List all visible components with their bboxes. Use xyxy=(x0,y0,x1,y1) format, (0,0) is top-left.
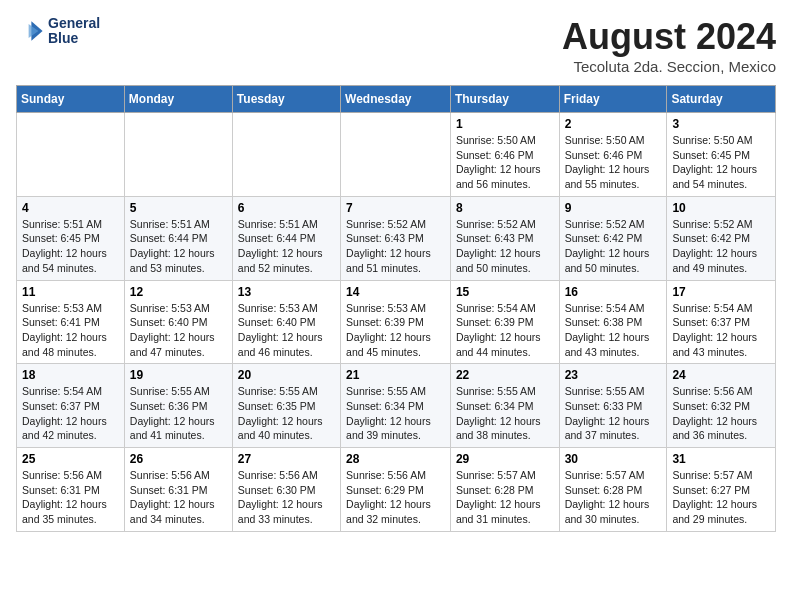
day-info: Sunrise: 5:57 AM Sunset: 6:28 PM Dayligh… xyxy=(456,468,554,527)
day-info: Sunrise: 5:53 AM Sunset: 6:40 PM Dayligh… xyxy=(130,301,227,360)
calendar-cell xyxy=(124,113,232,197)
calendar-cell: 5Sunrise: 5:51 AM Sunset: 6:44 PM Daylig… xyxy=(124,196,232,280)
calendar-cell: 20Sunrise: 5:55 AM Sunset: 6:35 PM Dayli… xyxy=(232,364,340,448)
day-number: 4 xyxy=(22,201,119,215)
day-number: 3 xyxy=(672,117,770,131)
calendar-cell: 6Sunrise: 5:51 AM Sunset: 6:44 PM Daylig… xyxy=(232,196,340,280)
day-number: 24 xyxy=(672,368,770,382)
day-number: 27 xyxy=(238,452,335,466)
day-number: 19 xyxy=(130,368,227,382)
calendar-cell: 4Sunrise: 5:51 AM Sunset: 6:45 PM Daylig… xyxy=(17,196,125,280)
day-number: 17 xyxy=(672,285,770,299)
day-number: 20 xyxy=(238,368,335,382)
day-info: Sunrise: 5:56 AM Sunset: 6:31 PM Dayligh… xyxy=(22,468,119,527)
weekday-header-wednesday: Wednesday xyxy=(341,86,451,113)
day-info: Sunrise: 5:55 AM Sunset: 6:33 PM Dayligh… xyxy=(565,384,662,443)
day-number: 10 xyxy=(672,201,770,215)
day-number: 21 xyxy=(346,368,445,382)
weekday-header-tuesday: Tuesday xyxy=(232,86,340,113)
day-number: 25 xyxy=(22,452,119,466)
day-info: Sunrise: 5:51 AM Sunset: 6:44 PM Dayligh… xyxy=(238,217,335,276)
calendar-cell: 19Sunrise: 5:55 AM Sunset: 6:36 PM Dayli… xyxy=(124,364,232,448)
day-info: Sunrise: 5:53 AM Sunset: 6:41 PM Dayligh… xyxy=(22,301,119,360)
calendar-body: 1Sunrise: 5:50 AM Sunset: 6:46 PM Daylig… xyxy=(17,113,776,532)
day-info: Sunrise: 5:52 AM Sunset: 6:43 PM Dayligh… xyxy=(346,217,445,276)
calendar-cell: 27Sunrise: 5:56 AM Sunset: 6:30 PM Dayli… xyxy=(232,448,340,532)
calendar-table: SundayMondayTuesdayWednesdayThursdayFrid… xyxy=(16,85,776,532)
calendar-cell: 31Sunrise: 5:57 AM Sunset: 6:27 PM Dayli… xyxy=(667,448,776,532)
day-number: 9 xyxy=(565,201,662,215)
day-info: Sunrise: 5:56 AM Sunset: 6:31 PM Dayligh… xyxy=(130,468,227,527)
header: General Blue August 2024 Tecoluta 2da. S… xyxy=(16,16,776,75)
calendar-cell: 23Sunrise: 5:55 AM Sunset: 6:33 PM Dayli… xyxy=(559,364,667,448)
calendar-week-2: 4Sunrise: 5:51 AM Sunset: 6:45 PM Daylig… xyxy=(17,196,776,280)
weekday-header-monday: Monday xyxy=(124,86,232,113)
calendar-week-1: 1Sunrise: 5:50 AM Sunset: 6:46 PM Daylig… xyxy=(17,113,776,197)
logo-line1: General xyxy=(48,16,100,31)
calendar-cell: 8Sunrise: 5:52 AM Sunset: 6:43 PM Daylig… xyxy=(450,196,559,280)
day-info: Sunrise: 5:51 AM Sunset: 6:44 PM Dayligh… xyxy=(130,217,227,276)
calendar-cell: 17Sunrise: 5:54 AM Sunset: 6:37 PM Dayli… xyxy=(667,280,776,364)
calendar-cell: 11Sunrise: 5:53 AM Sunset: 6:41 PM Dayli… xyxy=(17,280,125,364)
calendar-cell xyxy=(232,113,340,197)
calendar-cell: 3Sunrise: 5:50 AM Sunset: 6:45 PM Daylig… xyxy=(667,113,776,197)
day-info: Sunrise: 5:54 AM Sunset: 6:37 PM Dayligh… xyxy=(672,301,770,360)
calendar-cell: 18Sunrise: 5:54 AM Sunset: 6:37 PM Dayli… xyxy=(17,364,125,448)
day-number: 6 xyxy=(238,201,335,215)
calendar-cell: 29Sunrise: 5:57 AM Sunset: 6:28 PM Dayli… xyxy=(450,448,559,532)
calendar-cell: 10Sunrise: 5:52 AM Sunset: 6:42 PM Dayli… xyxy=(667,196,776,280)
day-number: 30 xyxy=(565,452,662,466)
day-info: Sunrise: 5:56 AM Sunset: 6:29 PM Dayligh… xyxy=(346,468,445,527)
weekday-header-friday: Friday xyxy=(559,86,667,113)
day-number: 16 xyxy=(565,285,662,299)
day-info: Sunrise: 5:50 AM Sunset: 6:46 PM Dayligh… xyxy=(565,133,662,192)
calendar-week-3: 11Sunrise: 5:53 AM Sunset: 6:41 PM Dayli… xyxy=(17,280,776,364)
day-info: Sunrise: 5:52 AM Sunset: 6:42 PM Dayligh… xyxy=(565,217,662,276)
day-number: 14 xyxy=(346,285,445,299)
day-number: 29 xyxy=(456,452,554,466)
day-info: Sunrise: 5:54 AM Sunset: 6:39 PM Dayligh… xyxy=(456,301,554,360)
day-info: Sunrise: 5:56 AM Sunset: 6:30 PM Dayligh… xyxy=(238,468,335,527)
weekday-header-thursday: Thursday xyxy=(450,86,559,113)
day-info: Sunrise: 5:52 AM Sunset: 6:43 PM Dayligh… xyxy=(456,217,554,276)
logo: General Blue xyxy=(16,16,100,47)
calendar-cell xyxy=(17,113,125,197)
day-number: 22 xyxy=(456,368,554,382)
day-info: Sunrise: 5:53 AM Sunset: 6:40 PM Dayligh… xyxy=(238,301,335,360)
calendar-cell: 28Sunrise: 5:56 AM Sunset: 6:29 PM Dayli… xyxy=(341,448,451,532)
day-number: 18 xyxy=(22,368,119,382)
calendar-cell: 12Sunrise: 5:53 AM Sunset: 6:40 PM Dayli… xyxy=(124,280,232,364)
day-number: 5 xyxy=(130,201,227,215)
day-number: 31 xyxy=(672,452,770,466)
day-info: Sunrise: 5:52 AM Sunset: 6:42 PM Dayligh… xyxy=(672,217,770,276)
day-number: 12 xyxy=(130,285,227,299)
weekday-header-sunday: Sunday xyxy=(17,86,125,113)
day-info: Sunrise: 5:57 AM Sunset: 6:27 PM Dayligh… xyxy=(672,468,770,527)
logo-line2: Blue xyxy=(48,31,100,46)
day-number: 28 xyxy=(346,452,445,466)
day-info: Sunrise: 5:55 AM Sunset: 6:34 PM Dayligh… xyxy=(346,384,445,443)
calendar-cell xyxy=(341,113,451,197)
day-number: 7 xyxy=(346,201,445,215)
day-info: Sunrise: 5:51 AM Sunset: 6:45 PM Dayligh… xyxy=(22,217,119,276)
calendar-cell: 16Sunrise: 5:54 AM Sunset: 6:38 PM Dayli… xyxy=(559,280,667,364)
logo-text: General Blue xyxy=(48,16,100,47)
day-number: 13 xyxy=(238,285,335,299)
day-number: 11 xyxy=(22,285,119,299)
calendar-cell: 15Sunrise: 5:54 AM Sunset: 6:39 PM Dayli… xyxy=(450,280,559,364)
day-number: 1 xyxy=(456,117,554,131)
weekday-header-saturday: Saturday xyxy=(667,86,776,113)
title-block: August 2024 Tecoluta 2da. Seccion, Mexic… xyxy=(562,16,776,75)
calendar-cell: 9Sunrise: 5:52 AM Sunset: 6:42 PM Daylig… xyxy=(559,196,667,280)
day-info: Sunrise: 5:55 AM Sunset: 6:34 PM Dayligh… xyxy=(456,384,554,443)
day-info: Sunrise: 5:54 AM Sunset: 6:38 PM Dayligh… xyxy=(565,301,662,360)
day-info: Sunrise: 5:56 AM Sunset: 6:32 PM Dayligh… xyxy=(672,384,770,443)
day-info: Sunrise: 5:57 AM Sunset: 6:28 PM Dayligh… xyxy=(565,468,662,527)
calendar-cell: 14Sunrise: 5:53 AM Sunset: 6:39 PM Dayli… xyxy=(341,280,451,364)
page-title: August 2024 xyxy=(562,16,776,58)
day-number: 8 xyxy=(456,201,554,215)
calendar-cell: 1Sunrise: 5:50 AM Sunset: 6:46 PM Daylig… xyxy=(450,113,559,197)
calendar-cell: 7Sunrise: 5:52 AM Sunset: 6:43 PM Daylig… xyxy=(341,196,451,280)
calendar-week-4: 18Sunrise: 5:54 AM Sunset: 6:37 PM Dayli… xyxy=(17,364,776,448)
calendar-cell: 22Sunrise: 5:55 AM Sunset: 6:34 PM Dayli… xyxy=(450,364,559,448)
